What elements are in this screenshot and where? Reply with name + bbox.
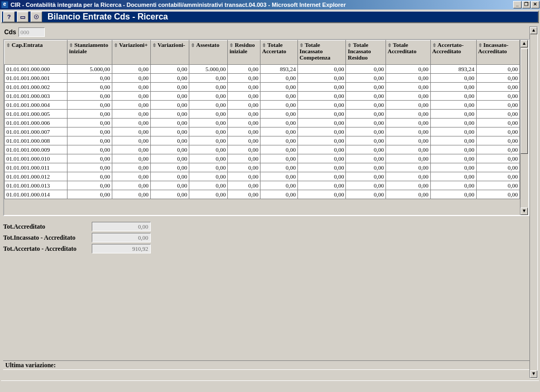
cell-value: 0,00	[385, 172, 430, 181]
cell-cap-entrata: 01.01.001.000.006	[5, 119, 68, 128]
table-row[interactable]: 01.01.001.000.0040,000,000,000,000,000,0…	[5, 101, 520, 110]
table-row[interactable]: 01.01.001.000.0080,000,000,000,000,000,0…	[5, 136, 520, 145]
grid-panel: ⇳Cap.Entrata⇳Stanziamento iniziale⇳Varia…	[3, 39, 529, 216]
cell-value: 0,00	[346, 145, 386, 154]
table-row[interactable]: 01.01.001.000.0070,000,000,000,000,000,0…	[5, 128, 520, 136]
cell-value: 0,00	[476, 190, 519, 199]
col-header[interactable]: ⇳Variazioni-	[150, 41, 189, 65]
cell-value: 0,00	[430, 101, 476, 110]
table-row[interactable]: 01.01.001.000.0130,000,000,000,000,000,0…	[5, 181, 520, 190]
scroll-down-button[interactable]: ▼	[530, 370, 537, 378]
cell-value: 0,00	[228, 154, 261, 163]
cell-value: 0,00	[430, 74, 476, 83]
table-row[interactable]: 01.01.001.000.0050,000,000,000,000,000,0…	[5, 110, 520, 119]
cell-cap-entrata: 01.01.001.000.012	[5, 172, 68, 181]
cell-value: 0,00	[112, 128, 150, 136]
table-row[interactable]: 01.01.001.000.0140,000,000,000,000,000,0…	[5, 190, 520, 199]
scroll-up-button[interactable]: ▲	[530, 27, 537, 34]
toolbar-button-3[interactable]: ☉	[31, 12, 42, 22]
grid-scroll-up[interactable]: ▲	[520, 40, 528, 47]
cds-field-row: Cds	[4, 27, 45, 37]
col-header[interactable]: ⇳Totale Accreditato	[385, 41, 430, 65]
grid-header-row: ⇳Cap.Entrata⇳Stanziamento iniziale⇳Varia…	[5, 41, 520, 65]
cell-value: 0,00	[297, 154, 346, 163]
cell-value: 0,00	[150, 181, 189, 190]
cell-value: 0,00	[150, 83, 189, 92]
grid-scroll-down[interactable]: ▼	[520, 208, 528, 215]
cell-value: 0,00	[189, 110, 228, 119]
cell-value: 0,00	[150, 101, 189, 110]
total-incassato-accreditato-label: Tot.Incassato - Accreditato	[3, 234, 92, 242]
col-header[interactable]: ⇳Totale Accertato	[261, 41, 298, 65]
page-icon: ▭	[20, 14, 25, 21]
sort-icon: ⇳	[69, 43, 74, 48]
ultima-variazione-label: Ultima variazione:	[5, 361, 56, 369]
col-header[interactable]: ⇳Residuo iniziale	[228, 41, 261, 65]
cell-value: 0,00	[150, 145, 189, 154]
cell-value: 0,00	[297, 83, 346, 92]
col-header[interactable]: ⇳Stanziamento iniziale	[67, 41, 112, 65]
col-header[interactable]: ⇳Accertato-Accreditato	[430, 41, 476, 65]
col-header[interactable]: ⇳Totale Incassato Competenza	[297, 41, 346, 65]
cell-value: 0,00	[112, 83, 150, 92]
cell-value: 0,00	[189, 145, 228, 154]
outer-scrollbar[interactable]: ▲ ▼	[529, 26, 538, 378]
col-header[interactable]: ⇳Incassato-Accreditato	[476, 41, 519, 65]
cell-value: 0,00	[476, 83, 519, 92]
col-header[interactable]: ⇳Variazioni+	[112, 41, 150, 65]
cell-value: 0,00	[476, 136, 519, 145]
cell-value: 0,00	[67, 172, 112, 181]
table-row[interactable]: 01.01.001.000.0030,000,000,000,000,000,0…	[5, 92, 520, 101]
table-row[interactable]: 01.01.001.000.0100,000,000,000,000,000,0…	[5, 154, 520, 163]
table-row[interactable]: 01.01.001.000.0020,000,000,000,000,000,0…	[5, 83, 520, 92]
grid-scrollbar[interactable]: ▲ ▼	[520, 40, 528, 215]
restore-button[interactable]: ❐	[522, 1, 531, 8]
cell-value: 0,00	[67, 119, 112, 128]
table-row[interactable]: 01.01.001.000.0005.000,000,000,005.000,0…	[5, 65, 520, 74]
cell-value: 0,00	[476, 110, 519, 119]
cell-value: 0,00	[385, 83, 430, 92]
cell-value: 0,00	[430, 128, 476, 136]
toolbar-help-button[interactable]: ?	[3, 12, 15, 22]
cell-value: 0,00	[189, 83, 228, 92]
table-row[interactable]: 01.01.001.000.0060,000,000,000,000,000,0…	[5, 119, 520, 128]
cell-value: 0,00	[297, 128, 346, 136]
cell-value: 0,00	[430, 145, 476, 154]
col-header[interactable]: ⇳Cap.Entrata	[5, 41, 68, 65]
cell-cap-entrata: 01.01.001.000.007	[5, 128, 68, 136]
cell-value: 0,00	[67, 101, 112, 110]
cell-value: 0,00	[297, 101, 346, 110]
cell-value: 0,00	[476, 163, 519, 172]
toolbar-button-2[interactable]: ▭	[17, 12, 28, 22]
cell-cap-entrata: 01.01.001.000.003	[5, 92, 68, 101]
col-header[interactable]: ⇳Assestato	[189, 41, 228, 65]
close-button[interactable]: ✕	[531, 1, 539, 8]
data-grid[interactable]: ⇳Cap.Entrata⇳Stanziamento iniziale⇳Varia…	[4, 40, 520, 199]
minimize-button[interactable]: _	[513, 1, 522, 8]
target-icon: ☉	[34, 14, 39, 21]
cell-value: 0,00	[228, 92, 261, 101]
sort-icon: ⇳	[388, 43, 392, 48]
cell-value: 0,00	[67, 110, 112, 119]
cell-value: 0,00	[261, 74, 298, 83]
col-header[interactable]: ⇳Totale Incassato Residuo	[346, 41, 386, 65]
total-accreditato-label: Tot.Accreditato	[3, 223, 92, 231]
cell-value: 0,00	[189, 172, 228, 181]
sort-icon: ⇳	[114, 43, 119, 48]
cell-value: 0,00	[385, 163, 430, 172]
table-row[interactable]: 01.01.001.000.0120,000,000,000,000,000,0…	[5, 172, 520, 181]
content-panel: Cds ⇳Cap.Entrata⇳Stanziamento iniziale⇳V…	[3, 26, 529, 378]
window-buttons: _ ❐ ✕	[513, 1, 540, 9]
table-row[interactable]: 01.01.001.000.0110,000,000,000,000,000,0…	[5, 163, 520, 172]
cell-cap-entrata: 01.01.001.000.009	[5, 145, 68, 154]
cds-input[interactable]	[18, 27, 45, 37]
table-row[interactable]: 01.01.001.000.0010,000,000,000,000,000,0…	[5, 74, 520, 83]
cell-value: 0,00	[150, 163, 189, 172]
sort-icon: ⇳	[6, 43, 11, 48]
status-bar	[1, 380, 539, 391]
cell-value: 0,00	[112, 145, 150, 154]
table-row[interactable]: 01.01.001.000.0090,000,000,000,000,000,0…	[5, 145, 520, 154]
grid-scroll-thumb[interactable]	[520, 48, 528, 154]
cell-cap-entrata: 01.01.001.000.011	[5, 163, 68, 172]
cell-value: 0,00	[261, 163, 298, 172]
